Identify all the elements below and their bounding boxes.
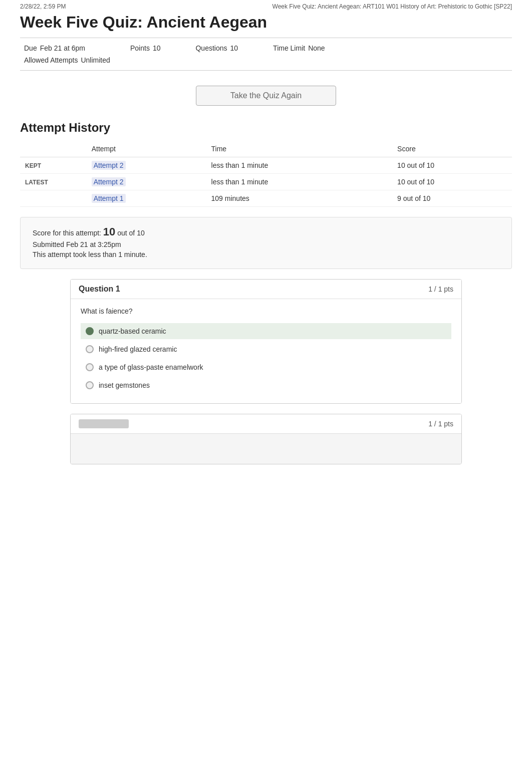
table-row: KEPTAttempt 2less than 1 minute10 out of… bbox=[20, 157, 512, 174]
question-1-body: What is faience? quartz-based ceramic hi… bbox=[71, 299, 461, 403]
quiz-meta-bar: Due Feb 21 at 6pm Points 10 Questions 10… bbox=[20, 38, 512, 71]
attempt-flag-1: LATEST bbox=[20, 174, 87, 190]
answer-option-2[interactable]: high-fired glazed ceramic bbox=[81, 341, 451, 357]
attempt-time-0: less than 1 minute bbox=[206, 157, 393, 174]
question-1-header: Question 1 1 / 1 pts bbox=[71, 280, 461, 299]
attempt-link-2[interactable]: Attempt 1 bbox=[87, 190, 206, 207]
meta-questions: Questions 10 bbox=[195, 44, 238, 52]
attempt-history-table: Attempt Time Score KEPTAttempt 2less tha… bbox=[20, 141, 512, 207]
due-label: Due bbox=[24, 44, 37, 52]
take-quiz-button[interactable]: Take the Quiz Again bbox=[196, 86, 336, 106]
answer-option-1[interactable]: quartz-based ceramic bbox=[81, 323, 451, 339]
meta-time-limit: Time Limit None bbox=[273, 44, 325, 52]
attempt-history-title: Attempt History bbox=[20, 121, 512, 135]
allowed-attempts-label: Allowed Attempts bbox=[24, 56, 78, 64]
meta-row-2: Allowed Attempts Unlimited bbox=[24, 56, 508, 64]
attempt-score-2: 9 out of 10 bbox=[392, 190, 512, 207]
answer-option-4[interactable]: inset gemstones bbox=[81, 377, 451, 393]
datetime: 2/28/22, 2:59 PM bbox=[20, 3, 66, 10]
score-submitted: Submitted Feb 21 at 3:25pm bbox=[33, 240, 499, 248]
score-line-1: Score for this attempt: 10 out of 10 bbox=[33, 225, 499, 238]
score-label: Score for this attempt: bbox=[33, 229, 101, 237]
meta-due: Due Feb 21 at 6pm bbox=[24, 44, 85, 52]
questions-label: Questions bbox=[195, 44, 227, 52]
radio-unselected-icon-2 bbox=[86, 363, 94, 371]
radio-unselected-icon bbox=[86, 345, 94, 353]
question-2-pts: 1 / 1 pts bbox=[428, 420, 453, 428]
table-row: Attempt 1109 minutes9 out of 10 bbox=[20, 190, 512, 207]
question-2-body bbox=[71, 434, 461, 464]
attempt-score-1: 10 out of 10 bbox=[392, 174, 512, 190]
allowed-attempts-value: Unlimited bbox=[81, 56, 110, 64]
radio-selected-icon bbox=[86, 327, 94, 335]
questions-value: 10 bbox=[230, 44, 238, 52]
meta-points: Points 10 bbox=[130, 44, 161, 52]
attempt-link-0[interactable]: Attempt 2 bbox=[87, 157, 206, 174]
attempt-flag-2 bbox=[20, 190, 87, 207]
main-content: Week Five Quiz: Ancient Aegean Due Feb 2… bbox=[0, 13, 532, 494]
score-summary: Score for this attempt: 10 out of 10 Sub… bbox=[20, 217, 512, 269]
question-1-label: Question 1 bbox=[79, 285, 120, 294]
question-1-block: Question 1 1 / 1 pts What is faience? qu… bbox=[70, 279, 462, 404]
page-title: Week Five Quiz: Ancient Aegean bbox=[20, 13, 512, 32]
col-header-flag bbox=[20, 141, 87, 157]
answer-text-4: inset gemstones bbox=[99, 381, 150, 389]
answer-text-2: high-fired glazed ceramic bbox=[99, 345, 177, 353]
question-2-label bbox=[79, 419, 129, 428]
meta-allowed-attempts: Allowed Attempts Unlimited bbox=[24, 56, 110, 64]
due-value: Feb 21 at 6pm bbox=[40, 44, 85, 52]
answer-option-3[interactable]: a type of glass-paste enamelwork bbox=[81, 359, 451, 375]
score-duration: This attempt took less than 1 minute. bbox=[33, 250, 499, 258]
attempt-score-0: 10 out of 10 bbox=[392, 157, 512, 174]
attempt-flag-0: KEPT bbox=[20, 157, 87, 174]
col-header-attempt: Attempt bbox=[87, 141, 206, 157]
col-header-time: Time bbox=[206, 141, 393, 157]
breadcrumb: Week Five Quiz: Ancient Aegean: ART101 W… bbox=[273, 3, 512, 10]
answer-text-1: quartz-based ceramic bbox=[99, 327, 166, 335]
table-row: LATESTAttempt 2less than 1 minute10 out … bbox=[20, 174, 512, 190]
attempt-time-2: 109 minutes bbox=[206, 190, 393, 207]
question-2-block: 1 / 1 pts bbox=[70, 414, 462, 464]
question-1-pts: 1 / 1 pts bbox=[428, 285, 453, 293]
time-limit-value: None bbox=[308, 44, 325, 52]
top-bar: 2/28/22, 2:59 PM Week Five Quiz: Ancient… bbox=[0, 0, 532, 13]
score-outof: out of 10 bbox=[117, 229, 145, 237]
radio-unselected-icon-3 bbox=[86, 381, 94, 389]
question-2-header: 1 / 1 pts bbox=[71, 414, 461, 434]
meta-row-1: Due Feb 21 at 6pm Points 10 Questions 10… bbox=[24, 44, 508, 52]
points-label: Points bbox=[130, 44, 150, 52]
points-value: 10 bbox=[153, 44, 161, 52]
time-limit-label: Time Limit bbox=[273, 44, 305, 52]
attempt-time-1: less than 1 minute bbox=[206, 174, 393, 190]
answer-text-3: a type of glass-paste enamelwork bbox=[99, 363, 203, 371]
question-1-text: What is faience? bbox=[81, 307, 451, 315]
attempt-link-1[interactable]: Attempt 2 bbox=[87, 174, 206, 190]
col-header-score: Score bbox=[392, 141, 512, 157]
score-number: 10 bbox=[103, 225, 115, 238]
